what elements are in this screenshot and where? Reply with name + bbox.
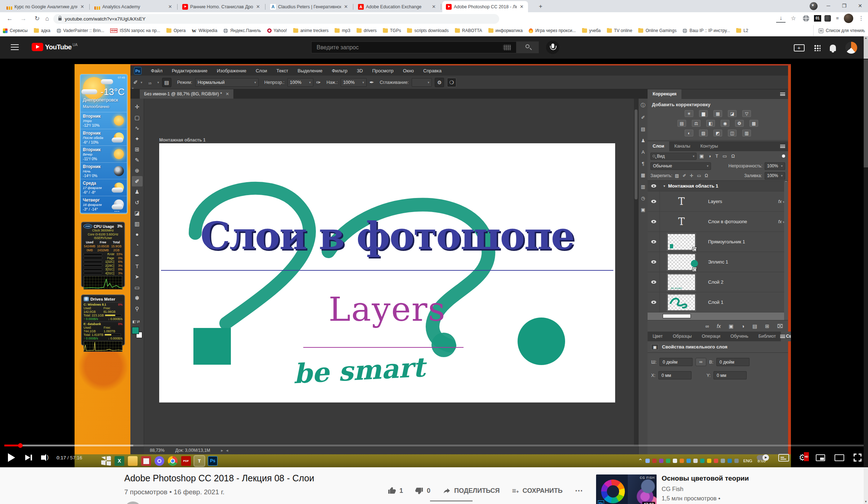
bookmark-item[interactable]: адка (34, 28, 50, 33)
blur-tool-icon[interactable]: ● (132, 229, 143, 240)
bookmark-item[interactable]: Яндекс.Панель (223, 28, 261, 33)
account-avatar[interactable] (845, 42, 857, 54)
browser-profile-icon[interactable] (810, 2, 818, 10)
visibility-eye-icon[interactable] (651, 200, 656, 203)
height-field[interactable]: 0 дюйм (716, 358, 750, 366)
properties-panel-icon[interactable]: ▤ (641, 126, 645, 132)
browser-tab[interactable]: Analytics Academy✕ (91, 1, 176, 12)
airbrush-icon[interactable]: ✒ (370, 79, 374, 86)
browser-tab[interactable]: Курс по Google Аналитике для ...✕ (3, 1, 89, 12)
swap-colors-icon[interactable]: ◧ ⇄ (133, 320, 140, 324)
url-text[interactable]: youtube.com/watch?v=x7IUgUkXsEY (65, 16, 146, 22)
brush-tool-icon[interactable]: ✐ (133, 79, 138, 86)
eraser-tool-icon[interactable]: ◪ (132, 208, 143, 219)
history-panel-icon[interactable]: ◷ (641, 195, 645, 201)
artboard[interactable]: Слои в фотошопе Layers be smart (159, 143, 615, 402)
hand-tool-icon[interactable]: ✽ (132, 293, 143, 303)
bookmark-item[interactable]: TGPs (383, 28, 401, 33)
adjustment-layer-icon[interactable]: ◑ (741, 323, 744, 329)
menu-Изображение[interactable]: Изображение (217, 68, 246, 73)
page-scrollbar[interactable]: ▲ ▼ (864, 36, 868, 504)
extension-01-badge[interactable]: 01 (814, 15, 821, 22)
layer-blend-select[interactable]: Обычные▾ (650, 162, 711, 170)
lock-all-icon[interactable]: Ω (705, 173, 708, 178)
tab-Контуры[interactable]: Контуры (695, 141, 723, 151)
menu-Окно[interactable]: Окно (403, 68, 414, 73)
more-actions-button[interactable]: ⋯ (575, 486, 583, 495)
restore-button[interactable]: ❐ (836, 0, 852, 12)
layer-row[interactable]: be smartСлой 2 (648, 272, 788, 292)
pixel-filter-icon[interactable]: ▣ (699, 153, 704, 159)
tab-Обучень[interactable]: Обучень (725, 332, 753, 341)
canvas-scrollbar[interactable] (634, 99, 638, 446)
layer-fx-badge[interactable]: fx ▾ (778, 199, 784, 204)
curves-adjustment-icon[interactable]: ▦ (713, 110, 722, 117)
autoplay-toggle[interactable] (757, 455, 769, 460)
settings-gear-icon[interactable]: ⚙HD (798, 453, 806, 462)
path-select-tool-icon[interactable]: ➤ (132, 271, 143, 282)
lock-pixels-icon[interactable]: ✐ (683, 173, 686, 178)
menu-Справка[interactable]: Справка (423, 68, 442, 73)
quick-select-tool-icon[interactable]: ✦ (132, 134, 143, 144)
smoothing-select[interactable]: ▾ (412, 78, 432, 87)
posterize-adjustment-icon[interactable]: ▨ (699, 130, 708, 136)
fullscreen-icon[interactable] (854, 454, 862, 462)
close-document-icon[interactable]: ✕ (225, 91, 229, 96)
bookmark-item[interactable]: Ваш IP :: IP инстру... (683, 28, 730, 33)
reading-list-button[interactable]: Список для чтения (813, 25, 864, 36)
glyphs-panel-icon[interactable]: ▦ (641, 172, 645, 178)
layer-mask-icon[interactable]: ▣ (729, 323, 733, 329)
threshold-adjustment-icon[interactable]: ◩ (713, 130, 722, 136)
related-channel[interactable]: CG Fish (662, 486, 863, 492)
snapshots-panel-icon[interactable]: ▣ (641, 207, 645, 212)
panel-menu-icon[interactable] (780, 335, 785, 338)
bookmark-item[interactable]: RABOTTA (455, 28, 482, 33)
tab-close-icon[interactable]: ✕ (80, 4, 85, 9)
invert-adjustment-icon[interactable]: ◐ (685, 130, 693, 136)
lasso-tool-icon[interactable]: ∿ (132, 123, 143, 134)
share-button[interactable]: ПОДЕЛИТЬСЯ (443, 487, 500, 495)
visibility-eye-icon[interactable] (651, 220, 656, 223)
menu-Слои[interactable]: Слои (256, 68, 267, 73)
new-tab-button[interactable]: + (536, 3, 545, 10)
tab-Операци[interactable]: Операци (697, 332, 726, 341)
brush-tool-icon[interactable]: ✐ (132, 176, 143, 187)
collapse-chevron-icon[interactable]: ▾ (663, 184, 665, 188)
brush-settings-panel-icon[interactable]: ✐ (641, 115, 645, 120)
youtube-apps-icon[interactable] (814, 45, 820, 51)
next-button[interactable] (25, 455, 30, 460)
bookmark-item[interactable]: Игра через прокси... (529, 28, 576, 33)
bookmark-item[interactable]: учеба (582, 28, 601, 33)
type-tool-icon[interactable]: T (132, 261, 143, 272)
bookmark-item[interactable]: L2 (736, 28, 748, 33)
related-title[interactable]: Основы цветовой теории (662, 474, 863, 482)
layer-group-icon[interactable]: ▤ (752, 323, 757, 329)
smart-filter-icon[interactable]: Ω (731, 153, 735, 159)
layer-search-select[interactable]: Вид ▾ (650, 153, 697, 160)
opacity-pressure-icon[interactable]: ✑ (316, 79, 321, 86)
channel-avatar[interactable] (124, 501, 142, 504)
visibility-eye-icon[interactable] (651, 301, 656, 304)
download-icon[interactable]: ↓ (776, 14, 786, 23)
color-lookup-adjustment-icon[interactable]: ▩ (750, 120, 758, 127)
back-icon[interactable]: ← (5, 14, 14, 23)
home-icon[interactable]: ⌂ (42, 14, 52, 23)
lock-artboard-icon[interactable]: ▭ (697, 173, 701, 178)
layer-fx-badge[interactable]: fx ▾ (778, 219, 784, 224)
menu-Фильтр[interactable]: Фильтр (332, 68, 348, 73)
layers-scrollbar[interactable] (784, 181, 788, 320)
width-field[interactable]: 0 дюйм (659, 358, 693, 366)
bookmark-item[interactable]: информатика (488, 28, 523, 33)
like-button[interactable]: 1 (388, 487, 403, 495)
levels-adjustment-icon[interactable]: ▆ (699, 110, 708, 117)
video-progress-bar[interactable] (4, 445, 864, 446)
layer-row[interactable]: Прямоугольник 1 (648, 232, 788, 252)
browser-menu-icon[interactable]: ⋮ (856, 14, 866, 23)
close-button[interactable]: ✕ (852, 0, 868, 12)
bookmark-item[interactable]: TV online (607, 28, 632, 33)
menu-Выделение[interactable]: Выделение (297, 68, 322, 73)
bookmark-item[interactable]: drivers (357, 28, 377, 33)
tab-adjustments[interactable]: Коррекция (648, 89, 681, 99)
tab-close-icon[interactable]: ✕ (519, 4, 524, 9)
browser-avatar[interactable] (844, 14, 853, 23)
